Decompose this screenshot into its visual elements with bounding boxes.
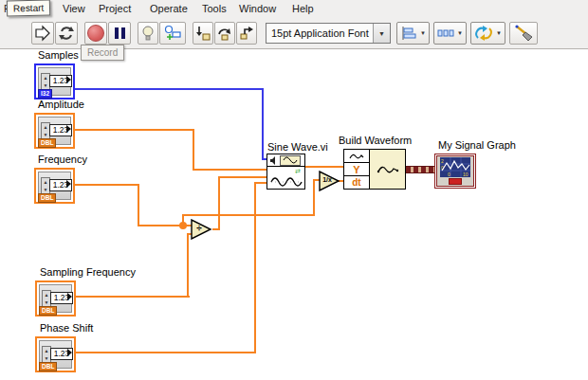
align-objects-dropdown[interactable]: ▼ bbox=[396, 22, 430, 45]
pause-icon bbox=[115, 27, 125, 39]
output-terminal-icon bbox=[67, 349, 72, 356]
wire-divide-output[interactable] bbox=[218, 176, 267, 178]
frequency-control-terminal[interactable]: ▲▼ 1.23 DBL bbox=[34, 168, 75, 204]
caret-icon: ▼ bbox=[496, 30, 502, 36]
samples-control-terminal[interactable]: ▲▼ 1.23 I32 bbox=[34, 63, 75, 100]
run-continuously-icon bbox=[58, 25, 75, 42]
graph-plot-icon: 2 0 0 10 bbox=[440, 157, 470, 177]
reorder-icon bbox=[474, 26, 493, 41]
svg-text:2: 2 bbox=[441, 158, 444, 164]
wire-sampling-frequency[interactable] bbox=[76, 296, 190, 298]
divide-glyph: ÷ bbox=[193, 223, 206, 233]
distribute-objects-dropdown[interactable]: ▼ bbox=[433, 22, 467, 45]
clean-up-diagram-button[interactable] bbox=[509, 22, 538, 45]
step-into-button[interactable] bbox=[193, 22, 213, 45]
wire-amplitude[interactable] bbox=[75, 129, 194, 131]
output-terminal-icon bbox=[66, 125, 71, 133]
divide-function-node[interactable]: ÷ bbox=[191, 219, 212, 240]
restart-tooltip: Restart bbox=[7, 0, 51, 17]
sampling-frequency-label: Sampling Frequency bbox=[40, 266, 136, 278]
align-objects-icon bbox=[400, 26, 417, 41]
build-waveform-label: Build Waveform bbox=[339, 135, 412, 146]
samples-label: Samples bbox=[38, 49, 79, 61]
wire-amplitude[interactable] bbox=[193, 169, 267, 171]
wire-sine-output[interactable] bbox=[305, 166, 343, 168]
reciprocal-function-node[interactable]: 1/x bbox=[319, 171, 340, 191]
loop-arrows-icon: ⇄ bbox=[267, 167, 304, 175]
output-terminal-icon bbox=[66, 76, 71, 83]
caret-icon: ▼ bbox=[457, 30, 463, 36]
dt-input-port[interactable]: dt bbox=[344, 176, 369, 189]
my-signal-graph-label: My Signal Graph bbox=[438, 139, 516, 151]
step-out-button[interactable] bbox=[236, 22, 257, 45]
step-out-icon bbox=[239, 26, 254, 41]
phase-shift-control-terminal[interactable]: ▲▼ 1.23 DBL bbox=[35, 336, 76, 372]
step-into-icon bbox=[195, 26, 211, 41]
wire-phase-shift[interactable] bbox=[76, 352, 256, 353]
build-waveform-node[interactable]: Y dt bbox=[343, 149, 406, 190]
record-icon bbox=[87, 25, 104, 42]
type-tag: DBL bbox=[39, 362, 57, 371]
waveform-output-icon bbox=[370, 150, 405, 189]
reorder-dropdown[interactable]: ▼ bbox=[470, 22, 505, 45]
menu-help[interactable]: Help bbox=[288, 0, 318, 18]
wire-amplitude[interactable] bbox=[193, 129, 194, 171]
sine-wave-vi-node[interactable]: ⇄ bbox=[266, 154, 305, 190]
svg-text:10: 10 bbox=[463, 172, 469, 177]
my-signal-graph-indicator-terminal[interactable]: 2 0 0 10 bbox=[434, 154, 476, 189]
step-over-icon bbox=[217, 26, 232, 41]
record-button[interactable] bbox=[84, 22, 107, 45]
sampling-frequency-control-terminal[interactable]: ▲▼ 1.23 DBL bbox=[35, 280, 76, 317]
pause-button[interactable] bbox=[108, 22, 131, 45]
phase-shift-label: Phase Shift bbox=[40, 322, 93, 334]
wire-frequency[interactable] bbox=[138, 184, 139, 226]
run-button[interactable] bbox=[31, 22, 54, 45]
labview-block-diagram-window: File View Project Operate Tools Window H… bbox=[0, 0, 588, 380]
menu-window[interactable]: Window bbox=[235, 0, 280, 18]
menu-view[interactable]: View bbox=[59, 0, 89, 18]
menu-operate[interactable]: Operate bbox=[146, 0, 192, 18]
block-diagram-canvas[interactable]: Samples ▲▼ 1.23 I32 Amplitude ▲▼ 1.23 DB… bbox=[0, 50, 588, 380]
retain-wire-values-icon bbox=[163, 25, 182, 42]
run-continuously-button[interactable] bbox=[55, 22, 78, 45]
font-selector-value: 15pt Application Font bbox=[266, 27, 373, 39]
wire-phase-shift[interactable] bbox=[254, 182, 256, 353]
wire-samples[interactable] bbox=[75, 88, 264, 90]
waveform-input-icon bbox=[344, 150, 369, 163]
wire-samples[interactable] bbox=[262, 88, 264, 160]
font-selector[interactable]: 15pt Application Font ▼ bbox=[266, 23, 391, 44]
distribute-objects-icon bbox=[437, 26, 454, 41]
type-tag: I32 bbox=[38, 89, 52, 99]
output-terminal-icon bbox=[66, 180, 71, 188]
wire-frequency-branch[interactable] bbox=[313, 179, 315, 216]
frequency-label: Frequency bbox=[38, 154, 87, 165]
retain-wire-values-button[interactable] bbox=[159, 22, 186, 45]
reciprocal-glyph: 1/x bbox=[321, 176, 334, 183]
wire-phase-shift[interactable] bbox=[254, 182, 267, 184]
wire-frequency[interactable] bbox=[75, 184, 139, 186]
caret-icon: ▼ bbox=[420, 30, 426, 36]
lightbulb-icon bbox=[140, 25, 156, 42]
font-selector-dropdown-icon[interactable]: ▼ bbox=[373, 24, 390, 43]
wire-frequency-branch[interactable] bbox=[182, 214, 315, 216]
amplitude-control-terminal[interactable]: ▲▼ 1.23 DBL bbox=[34, 113, 75, 149]
run-arrow-icon bbox=[34, 25, 51, 42]
sine-period-icon bbox=[280, 155, 301, 166]
record-tooltip: Record bbox=[81, 45, 124, 61]
broom-icon bbox=[513, 25, 534, 42]
amplitude-label: Amplitude bbox=[38, 99, 84, 110]
menu-project[interactable]: Project bbox=[95, 0, 135, 18]
y-input-port[interactable]: Y bbox=[344, 163, 369, 176]
graph-mini-tag-icon bbox=[449, 178, 462, 185]
sine-wave-icon bbox=[267, 175, 304, 188]
wire-sampling-frequency[interactable] bbox=[187, 233, 189, 298]
wire-junction-dot[interactable] bbox=[179, 222, 187, 229]
svg-text:0: 0 bbox=[448, 172, 450, 177]
wire-divide-output[interactable] bbox=[218, 176, 220, 230]
wire-waveform-output[interactable] bbox=[406, 166, 434, 173]
menu-bar: File View Project Operate Tools Window H… bbox=[0, 0, 588, 18]
step-over-button[interactable] bbox=[214, 22, 235, 45]
sine-wave-vi-label: Sine Wave.vi bbox=[267, 141, 328, 153]
menu-tools[interactable]: Tools bbox=[198, 0, 230, 18]
highlight-execution-button[interactable] bbox=[138, 22, 158, 45]
